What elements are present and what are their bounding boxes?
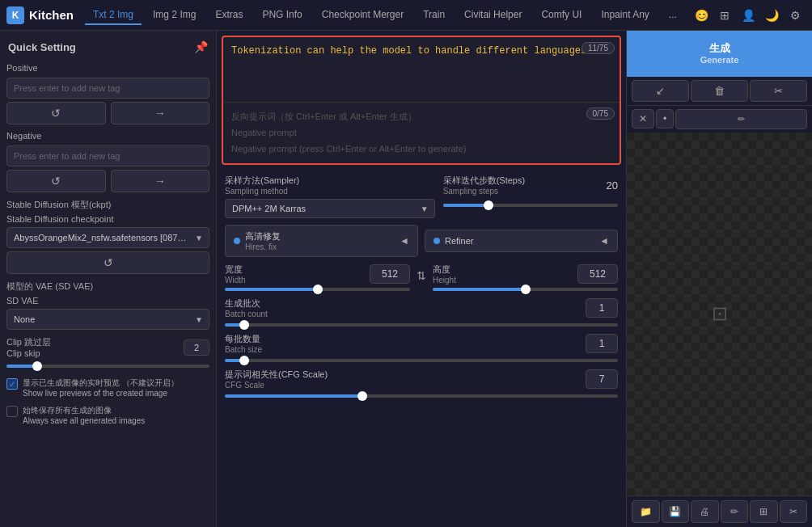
expand-icon: ⊡ <box>712 302 728 325</box>
steps-value: 20 <box>607 179 618 192</box>
crop-btn[interactable]: ✂ <box>780 500 808 523</box>
right-panel: 生成 Generate ↙ 🗑 ✂ ✕ • ✏ ⊡ 📁 💾 🖨 ✏ ⊞ ✂ <box>626 31 812 527</box>
positive-label: Positive <box>6 63 209 73</box>
positive-refresh-btn[interactable]: ↺ <box>6 102 106 124</box>
negative-prompt[interactable]: 反向提示词（按 Ctrl+Enter 或 Alt+Enter 生成） Negat… <box>223 103 620 163</box>
face-icon[interactable]: 😊 <box>691 4 712 27</box>
height-slider[interactable] <box>433 288 618 291</box>
moon-icon[interactable]: 🌙 <box>762 4 782 27</box>
model-select-wrapper: AbyssOrangeMix2_nsfw.safetensors [08732S… <box>6 227 209 248</box>
model-select[interactable]: AbyssOrangeMix2_nsfw.safetensors [08732S <box>6 227 209 248</box>
negative-arrow-btn[interactable]: → <box>111 170 210 192</box>
clip-value: 2 <box>184 339 209 356</box>
batch-size-row: 每批数量 Batch size 1 <box>225 333 618 362</box>
hires-section[interactable]: 高清修复 Hires. fix ◄ <box>225 225 418 257</box>
tab-pnginfo[interactable]: PNG Info <box>254 6 310 25</box>
tab-inpaint[interactable]: Inpaint Any <box>593 6 657 25</box>
negative-tag-input[interactable] <box>6 145 209 167</box>
clip-slider[interactable] <box>6 365 209 368</box>
negative-section: Negative ↺ → <box>6 131 209 192</box>
checkbox-preview-box[interactable] <box>6 378 18 390</box>
batch-size-value: 1 <box>586 334 618 353</box>
height-col: 高度 Height 512 <box>433 264 618 291</box>
grid-icon[interactable]: ⊞ <box>715 4 735 27</box>
steps-col: 采样迭代步数(Steps) Sampling steps 20 <box>443 175 618 207</box>
tab-train[interactable]: Train <box>415 6 453 25</box>
steps-label-en: Sampling steps <box>443 187 525 196</box>
checkbox-save-box[interactable] <box>6 406 18 417</box>
model-section: Stable Diffusion 模型(ckpt) Stable Diffusi… <box>6 199 209 274</box>
dot-button[interactable]: • <box>656 109 674 129</box>
positive-prompt[interactable]: Tokenization can help the model to handl… <box>223 37 620 102</box>
vae-section: 模型的 VAE (SD VAE) SD VAE None ▼ <box>6 280 209 330</box>
clip-label-zh: Clip 跳过层 <box>6 336 51 348</box>
negative-prompt-placeholder: 反向提示词（按 Ctrl+Enter 或 Alt+Enter 生成） Negat… <box>231 109 611 157</box>
batch-count-slider[interactable] <box>225 323 618 327</box>
pin-icon[interactable]: 📌 <box>194 40 208 53</box>
refiner-section[interactable]: Refiner ◄ <box>425 230 618 252</box>
sidebar-title: Quick Setting <box>8 41 76 53</box>
width-slider[interactable] <box>225 288 410 291</box>
tab-img2img[interactable]: Img 2 Img <box>145 6 204 25</box>
sampler-select[interactable]: DPM++ 2M Karras Euler a Euler DDIM <box>225 199 435 218</box>
negative-btn-row: ↺ → <box>6 170 209 192</box>
x-button[interactable]: ✕ <box>632 109 654 129</box>
batch-count-row: 生成批次 Batch count 1 <box>225 297 618 327</box>
scissors-btn[interactable]: ✂ <box>750 80 807 102</box>
refiner-collapse-icon[interactable]: ◄ <box>599 235 609 247</box>
clip-section: Clip 跳过层 Clip skip 2 <box>6 336 209 371</box>
positive-arrow-btn[interactable]: → <box>111 102 210 124</box>
negative-char-count: 0/75 <box>586 108 615 120</box>
checkbox-save-label: 始终保存所有生成的图像Always save all generated ima… <box>23 405 145 426</box>
delete-btn[interactable]: 🗑 <box>691 80 748 102</box>
tab-comfy[interactable]: Comfy UI <box>533 6 590 25</box>
steps-label-zh: 采样迭代步数(Steps) <box>443 175 525 187</box>
width-label-en: Width <box>225 276 246 285</box>
action-row-1: ↙ 🗑 ✂ <box>627 77 812 106</box>
pencil-btn[interactable]: ✏ <box>675 109 807 129</box>
person-icon[interactable]: 👤 <box>738 4 759 27</box>
batch-size-label-zh: 每批数量 <box>225 333 262 345</box>
hires-label-zh: 高清修复 <box>245 230 281 242</box>
generate-button[interactable]: 生成 Generate <box>627 31 812 77</box>
negative-refresh-btn[interactable]: ↺ <box>6 170 106 192</box>
tab-checkpoint[interactable]: Checkpoint Merger <box>314 6 412 25</box>
vae-select-wrapper: None ▼ <box>6 309 209 330</box>
batch-size-label-en: Batch size <box>225 345 262 354</box>
width-label-zh: 宽度 <box>225 264 246 276</box>
main-layout: Quick Setting 📌 Positive ↺ → Negative ↺ … <box>0 31 812 527</box>
sidebar: Quick Setting 📌 Positive ↺ → Negative ↺ … <box>0 31 217 527</box>
grid-btn[interactable]: ⊞ <box>750 500 778 523</box>
steps-slider[interactable] <box>443 204 618 207</box>
tab-more[interactable]: ... <box>661 6 685 25</box>
cfg-slider[interactable] <box>225 394 618 398</box>
checkbox-save[interactable]: 始终保存所有生成的图像Always save all generated ima… <box>6 405 209 426</box>
batch-size-slider[interactable] <box>225 359 618 362</box>
model-refresh-btn[interactable]: ↺ <box>6 251 209 274</box>
positive-btn-row: ↺ → <box>6 102 209 124</box>
settings-icon[interactable]: ⚙ <box>785 4 806 27</box>
checkbox-preview[interactable]: 显示已生成图像的实时预览 （不建议开启）Show live previews o… <box>6 377 209 398</box>
hires-collapse-icon[interactable]: ◄ <box>400 235 409 247</box>
height-label-zh: 高度 <box>433 264 456 276</box>
swap-dimensions-icon[interactable]: ⇅ <box>417 269 426 285</box>
positive-tag-input[interactable] <box>6 78 209 99</box>
action-row-2: ✕ • ✏ <box>627 106 812 133</box>
tab-txt2img[interactable]: Txt 2 Img <box>85 6 142 25</box>
tab-extras[interactable]: Extras <box>207 6 251 25</box>
generate-btn-en: Generate <box>627 55 812 65</box>
topnav: K Kitchen Txt 2 Img Img 2 Img Extras PNG… <box>0 0 812 31</box>
folder-btn[interactable]: 📁 <box>632 500 660 523</box>
tab-civitai[interactable]: Civitai Helper <box>456 6 530 25</box>
preview-area: ⊡ <box>627 133 812 495</box>
vae-select[interactable]: None <box>6 309 209 330</box>
cfg-row: 提示词相关性(CFG Scale) CFG Scale 7 <box>225 369 618 398</box>
app-name: Kitchen <box>29 8 74 22</box>
sidebar-header: Quick Setting 📌 <box>6 37 209 57</box>
cfg-label-en: CFG Scale <box>225 381 328 390</box>
arrow-back-btn[interactable]: ↙ <box>632 80 689 102</box>
print-btn[interactable]: 🖨 <box>691 500 719 523</box>
edit-btn[interactable]: ✏ <box>721 500 749 523</box>
sampler-col: 采样方法(Sampler) Sampling method DPM++ 2M K… <box>225 175 435 218</box>
save-btn[interactable]: 💾 <box>662 500 690 523</box>
